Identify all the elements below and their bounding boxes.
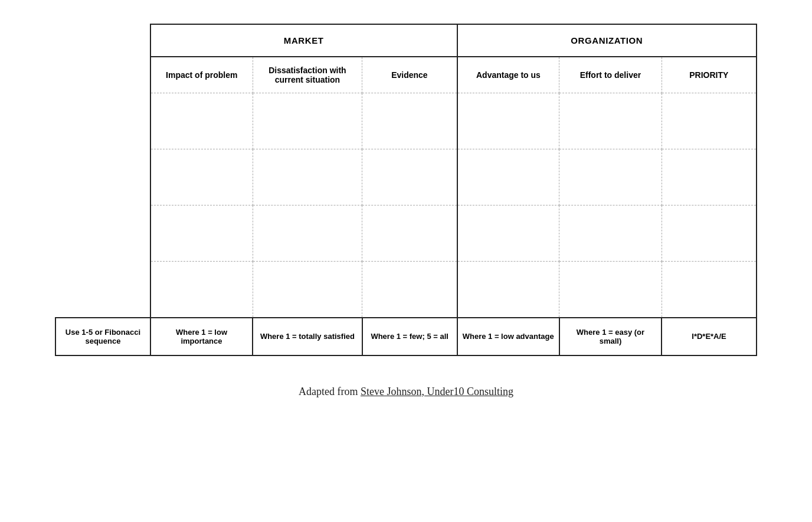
row-1-priority[interactable]: [662, 93, 757, 149]
row-1-dissatisfaction[interactable]: [253, 93, 362, 149]
legend-priority: I*D*E*A/E: [662, 318, 757, 355]
group-header-row: MARKET ORGANIZATION: [55, 24, 757, 57]
sub-header-advantage: Advantage to us: [457, 57, 559, 93]
row-3-evidence[interactable]: [362, 205, 457, 262]
row-3-advantage[interactable]: [457, 205, 559, 262]
sub-header-impact: Impact of problem: [150, 57, 253, 93]
sub-header-effort: Effort to deliver: [559, 57, 662, 93]
row-2-dissatisfaction[interactable]: [253, 149, 362, 205]
legend-evidence: Where 1 = few; 5 = all: [362, 318, 457, 355]
row-2-priority[interactable]: [662, 149, 757, 205]
sub-header-row: Impact of problem Dissatisfaction with c…: [55, 57, 757, 93]
row-1-impact[interactable]: [150, 93, 253, 149]
main-table-wrapper: MARKET ORGANIZATION Impact of problem Di…: [55, 24, 757, 356]
legend-impact: Where 1 = low importance: [150, 318, 253, 355]
priority-table: MARKET ORGANIZATION Impact of problem Di…: [55, 24, 757, 356]
table-row: [55, 205, 757, 262]
row-4-advantage[interactable]: [457, 262, 559, 318]
row-4-dissatisfaction[interactable]: [253, 262, 362, 318]
sub-header-empty: [55, 57, 150, 93]
row-2-effort[interactable]: [559, 149, 662, 205]
legend-row: Use 1-5 or Fibonacci sequence Where 1 = …: [55, 318, 757, 355]
org-group-header: ORGANIZATION: [457, 24, 757, 57]
row-4-effort[interactable]: [559, 262, 662, 318]
table-row: [55, 262, 757, 318]
row-1-advantage[interactable]: [457, 93, 559, 149]
legend-dissatisfaction: Where 1 = totally satisfied: [253, 318, 362, 355]
row-3-effort[interactable]: [559, 205, 662, 262]
row-4-impact[interactable]: [150, 262, 253, 318]
sub-header-dissatisfaction: Dissatisfaction with current situation: [253, 57, 362, 93]
footer-link[interactable]: Steve Johnson, Under10 Consulting: [361, 386, 513, 397]
row-label-2: [55, 149, 150, 205]
row-2-impact[interactable]: [150, 149, 253, 205]
row-1-evidence[interactable]: [362, 93, 457, 149]
footer: Adapted from Steve Johnson, Under10 Cons…: [299, 386, 513, 398]
row-label-3: [55, 205, 150, 262]
header-empty: [55, 24, 150, 57]
footer-text: Adapted from: [299, 386, 361, 397]
legend-advantage: Where 1 = low advantage: [457, 318, 559, 355]
row-3-dissatisfaction[interactable]: [253, 205, 362, 262]
row-label-4: [55, 262, 150, 318]
row-2-advantage[interactable]: [457, 149, 559, 205]
row-label-1: [55, 93, 150, 149]
row-2-evidence[interactable]: [362, 149, 457, 205]
row-4-evidence[interactable]: [362, 262, 457, 318]
row-4-priority[interactable]: [662, 262, 757, 318]
legend-label: Use 1-5 or Fibonacci sequence: [55, 318, 150, 355]
row-3-priority[interactable]: [662, 205, 757, 262]
table-row: [55, 149, 757, 205]
market-group-header: MARKET: [150, 24, 457, 57]
row-3-impact[interactable]: [150, 205, 253, 262]
sub-header-evidence: Evidence: [362, 57, 457, 93]
sub-header-priority: PRIORITY: [662, 57, 757, 93]
legend-effort: Where 1 = easy (or small): [559, 318, 662, 355]
table-row: [55, 93, 757, 149]
row-1-effort[interactable]: [559, 93, 662, 149]
